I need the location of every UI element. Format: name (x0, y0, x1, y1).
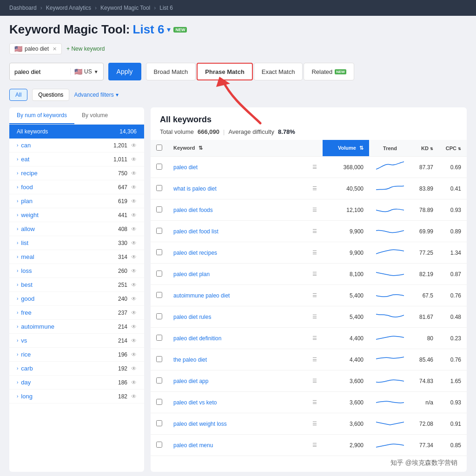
sidebar-item[interactable]: › free 237 👁 (9, 306, 144, 320)
eye-icon[interactable]: 👁 (131, 268, 137, 274)
tab-broad-match[interactable]: Broad Match (146, 63, 196, 80)
row-checkbox[interactable] (156, 377, 162, 383)
row-checkbox[interactable] (156, 313, 162, 319)
keyword-filter-icon[interactable]: ☰ (307, 285, 323, 306)
keyword-filter-icon[interactable]: ☰ (307, 199, 323, 221)
keyword-filter-icon[interactable]: ☰ (307, 306, 323, 328)
eye-icon[interactable]: 👁 (131, 184, 137, 191)
eye-icon[interactable]: 👁 (131, 337, 137, 344)
eye-icon[interactable]: 👁 (131, 296, 137, 302)
select-all-checkbox[interactable] (156, 145, 162, 151)
list-dropdown-icon[interactable]: ▾ (167, 25, 171, 34)
sidebar-item[interactable]: › carb 192 👁 (9, 362, 144, 376)
row-checkbox[interactable] (156, 228, 162, 234)
row-checkbox[interactable] (156, 335, 162, 341)
eye-icon[interactable]: 👁 (131, 282, 137, 288)
eye-icon[interactable]: 👁 (131, 365, 137, 372)
sidebar-item[interactable]: › vs 214 👁 (9, 334, 144, 348)
eye-icon[interactable]: 👁 (131, 393, 137, 400)
eye-icon[interactable]: 👁 (131, 324, 137, 330)
filter-questions-button[interactable]: Questions (32, 89, 69, 101)
row-checkbox[interactable] (156, 271, 162, 277)
eye-icon[interactable]: 👁 (131, 240, 137, 246)
eye-icon[interactable]: 👁 (131, 254, 137, 260)
keyword-link[interactable]: paleo diet recipes (173, 250, 217, 256)
eye-icon[interactable]: 👁 (131, 170, 137, 177)
sidebar-item[interactable]: › best 251 👁 (9, 278, 144, 292)
sidebar-item[interactable]: › rice 196 👁 (9, 348, 144, 362)
keyword-link[interactable]: paleo diet definition (173, 335, 221, 342)
keyword-link[interactable]: paleo diet food list (173, 228, 218, 235)
sidebar-item[interactable]: › eat 1,011 👁 (9, 152, 144, 166)
row-checkbox[interactable] (156, 442, 162, 448)
eye-icon[interactable]: 👁 (131, 226, 137, 232)
keyword-link[interactable]: paleo diet plan (173, 271, 210, 278)
sidebar-item[interactable]: › long 182 👁 (9, 390, 144, 403)
row-checkbox[interactable] (156, 185, 162, 191)
row-checkbox[interactable] (156, 292, 162, 298)
eye-icon[interactable]: 👁 (131, 198, 137, 205)
cpc-sort-icon[interactable]: ⇅ (458, 147, 461, 151)
breadcrumb-magic-tool[interactable]: Keyword Magic Tool (100, 5, 150, 11)
keyword-filter-icon[interactable]: ☰ (307, 413, 323, 435)
breadcrumb-analytics[interactable]: Keyword Analytics (46, 5, 91, 11)
kd-sort-icon[interactable]: ⇅ (430, 147, 433, 151)
sidebar-tab-num-keywords[interactable]: By num of keywords (9, 107, 74, 124)
keyword-link[interactable]: paleo diet app (173, 378, 208, 384)
row-checkbox[interactable] (156, 249, 162, 255)
breadcrumb-dashboard[interactable]: Dashboard (9, 5, 37, 11)
sidebar-item[interactable]: › recipe 750 👁 (9, 166, 144, 180)
row-checkbox[interactable] (156, 420, 162, 426)
eye-icon[interactable]: 👁 (131, 212, 137, 218)
sidebar-item[interactable]: › weight 441 👁 (9, 208, 144, 222)
keyword-link[interactable]: paleo diet (173, 164, 198, 171)
row-checkbox[interactable] (156, 356, 162, 362)
search-input[interactable] (14, 68, 70, 75)
eye-icon[interactable]: 👁 (131, 351, 137, 358)
sidebar-tab-volume[interactable]: By volume (74, 107, 115, 124)
eye-icon[interactable]: 👁 (131, 156, 137, 163)
eye-icon[interactable]: 👁 (131, 142, 137, 149)
keyword-link[interactable]: what is paleo diet (173, 185, 217, 192)
sidebar-item[interactable]: › good 240 👁 (9, 292, 144, 306)
volume-sort-icon[interactable]: ⇅ (359, 145, 364, 151)
advanced-filters-button[interactable]: Advanced filters ▾ (74, 92, 118, 98)
row-checkbox[interactable] (156, 399, 162, 405)
apply-button[interactable]: Apply (108, 63, 141, 80)
keyword-filter-icon[interactable]: ☰ (307, 435, 323, 456)
keyword-link[interactable]: paleo diet weight loss (173, 421, 227, 427)
keyword-filter-icon[interactable]: ☰ (307, 328, 323, 349)
sidebar-item[interactable]: › food 647 👁 (9, 180, 144, 194)
keyword-link[interactable]: the paleo diet (173, 357, 207, 363)
filter-all-button[interactable]: All (9, 89, 27, 101)
sidebar-item[interactable]: › list 330 👁 (9, 236, 144, 250)
keyword-link[interactable]: paleo diet rules (173, 314, 211, 320)
row-checkbox[interactable] (156, 206, 162, 212)
keyword-filter-icon[interactable]: ☰ (307, 178, 323, 199)
keyword-filter-icon[interactable]: ☰ (307, 242, 323, 264)
eye-icon[interactable]: 👁 (131, 310, 137, 316)
keyword-link[interactable]: paleo diet menu (173, 442, 213, 449)
keyword-filter-icon[interactable]: ☰ (307, 392, 323, 413)
row-checkbox[interactable] (156, 164, 162, 170)
sort-icon[interactable]: ⇅ (198, 145, 203, 151)
sidebar-item[interactable]: › day 186 👁 (9, 376, 144, 390)
tab-related[interactable]: Related NEW (304, 63, 354, 80)
keyword-tag-close[interactable]: ✕ (53, 46, 57, 52)
keyword-link[interactable]: paleo diet foods (173, 207, 213, 213)
sidebar-item[interactable]: › autoimmune 214 👁 (9, 320, 144, 334)
tab-phrase-match[interactable]: Phrase Match (197, 63, 253, 80)
sidebar-item[interactable]: › meal 314 👁 (9, 250, 144, 264)
add-keyword-button[interactable]: + New keyword (66, 46, 105, 52)
sidebar-item[interactable]: › loss 260 👁 (9, 264, 144, 278)
tab-exact-match[interactable]: Exact Match (254, 63, 303, 80)
keyword-filter-icon[interactable]: ☰ (307, 349, 323, 370)
keyword-filter-icon[interactable]: ☰ (307, 157, 323, 178)
sidebar-item[interactable]: › plan 619 👁 (9, 194, 144, 208)
keyword-filter-icon[interactable]: ☰ (307, 370, 323, 392)
keyword-filter-icon[interactable]: ☰ (307, 264, 323, 285)
keyword-tag-paleo[interactable]: 🇺🇸 paleo diet ✕ (9, 43, 62, 54)
keyword-link[interactable]: paleo diet vs keto (173, 399, 217, 406)
keyword-filter-icon[interactable]: ☰ (307, 221, 323, 242)
keyword-link[interactable]: autoimmune paleo diet (173, 292, 230, 299)
